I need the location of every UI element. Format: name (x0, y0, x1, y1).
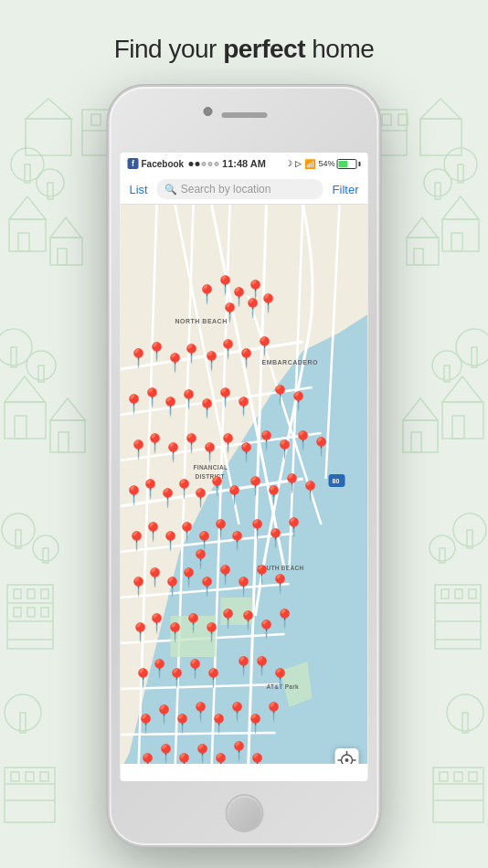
filter-button[interactable]: Filter (329, 181, 363, 198)
svg-rect-56 (442, 219, 479, 251)
svg-rect-1 (25, 164, 30, 183)
svg-text:📍: 📍 (246, 752, 269, 764)
svg-rect-33 (14, 608, 21, 617)
svg-text:📍: 📍 (202, 667, 225, 689)
battery: 54% (318, 159, 360, 169)
svg-marker-87 (420, 99, 461, 119)
svg-marker-24 (50, 398, 85, 420)
svg-text:📍: 📍 (241, 297, 264, 319)
svg-rect-22 (15, 416, 27, 439)
svg-rect-73 (455, 589, 462, 598)
svg-rect-86 (420, 119, 461, 155)
status-bar: f Facebook 11:48 AM ☽ ▷ 📶 (121, 153, 368, 175)
signal-dot-1 (188, 162, 193, 166)
svg-rect-43 (458, 164, 463, 183)
svg-rect-13 (20, 713, 26, 733)
signal-dot-2 (195, 162, 199, 166)
svg-marker-60 (407, 217, 438, 238)
svg-rect-19 (58, 249, 67, 265)
svg-text:FINANCIAL: FINANCIAL (194, 464, 228, 471)
svg-rect-30 (14, 589, 21, 598)
phone-home-button (225, 794, 263, 832)
svg-text:📍: 📍 (269, 667, 292, 689)
svg-rect-40 (26, 772, 34, 781)
svg-rect-20 (5, 402, 46, 439)
status-left: f Facebook (128, 158, 219, 169)
svg-marker-18 (50, 217, 81, 238)
svg-text:📍: 📍 (299, 480, 322, 502)
signal-dot-3 (201, 162, 206, 166)
moon-icon: ☽ (285, 159, 292, 168)
svg-rect-9 (16, 530, 21, 548)
svg-marker-66 (403, 398, 438, 420)
svg-rect-32 (41, 589, 48, 598)
svg-rect-31 (27, 589, 35, 598)
carrier-icon: f (128, 158, 139, 169)
svg-marker-15 (9, 196, 46, 219)
svg-text:80: 80 (333, 478, 340, 484)
phone-shell: f Facebook 11:48 AM ☽ ▷ 📶 (110, 87, 379, 845)
svg-rect-61 (414, 249, 423, 265)
svg-rect-23 (50, 420, 85, 452)
svg-rect-47 (472, 347, 477, 367)
status-right: ☽ ▷ 📶 54% (285, 159, 360, 169)
svg-rect-65 (403, 420, 438, 452)
svg-rect-34 (27, 608, 35, 617)
svg-rect-58 (451, 233, 462, 251)
list-button[interactable]: List (126, 181, 152, 198)
svg-marker-93 (26, 99, 71, 119)
svg-rect-83 (382, 114, 391, 125)
svg-rect-14 (9, 219, 46, 251)
phone-camera (203, 107, 212, 116)
svg-text:EMBARCADERO: EMBARCADERO (262, 359, 319, 365)
signal-bars (188, 162, 218, 166)
svg-text:📍: 📍 (218, 302, 241, 323)
svg-rect-41 (40, 772, 48, 781)
battery-fill (339, 161, 348, 167)
battery-pct: 54% (318, 159, 334, 168)
phone-speaker (221, 112, 267, 118)
phone-mockup: f Facebook 11:48 AM ☽ ▷ 📶 (110, 87, 379, 845)
svg-text:📍: 📍 (282, 516, 305, 538)
svg-rect-25 (58, 432, 69, 452)
battery-body (337, 159, 357, 169)
status-time: 11:48 AM (222, 158, 266, 169)
svg-text:📍: 📍 (269, 573, 292, 595)
search-placeholder: Search by location (181, 183, 271, 196)
svg-rect-39 (11, 772, 19, 781)
app-toolbar: List 🔍 Search by location Filter (121, 175, 368, 205)
svg-rect-5 (11, 347, 16, 367)
phone-screen: f Facebook 11:48 AM ☽ ▷ 📶 (121, 153, 368, 781)
search-bar[interactable]: 🔍 Search by location (157, 179, 324, 199)
svg-rect-80 (469, 772, 477, 781)
svg-rect-51 (467, 530, 472, 548)
svg-rect-35 (41, 608, 48, 617)
svg-text:📍: 📍 (200, 621, 223, 643)
svg-rect-55 (462, 713, 468, 733)
location-status-icon: ▷ (295, 159, 302, 168)
svg-rect-89 (91, 114, 101, 125)
map-view[interactable]: NORTH BEACH EMBARCADERO FINANCIAL DISTRI… (121, 205, 368, 764)
carrier-name: Facebook (142, 159, 185, 169)
svg-rect-64 (452, 416, 464, 439)
svg-rect-79 (454, 772, 462, 781)
svg-text:📍: 📍 (262, 701, 285, 723)
svg-text:📍: 📍 (273, 608, 296, 630)
wifi-icon: 📶 (304, 159, 315, 169)
svg-text:📍: 📍 (253, 335, 276, 357)
svg-rect-67 (411, 432, 421, 452)
svg-text:📍: 📍 (232, 396, 255, 418)
svg-rect-36 (5, 767, 55, 822)
svg-text:📍: 📍 (287, 390, 310, 412)
battery-cap (359, 162, 361, 166)
svg-rect-92 (26, 119, 71, 155)
svg-rect-78 (440, 772, 448, 781)
svg-text:📍: 📍 (223, 484, 246, 506)
signal-dot-4 (207, 162, 212, 166)
svg-text:📍: 📍 (310, 436, 333, 458)
svg-rect-74 (469, 589, 476, 598)
svg-point-236 (345, 758, 349, 762)
svg-rect-62 (442, 402, 483, 439)
svg-rect-75 (433, 767, 483, 822)
svg-rect-16 (18, 233, 29, 251)
